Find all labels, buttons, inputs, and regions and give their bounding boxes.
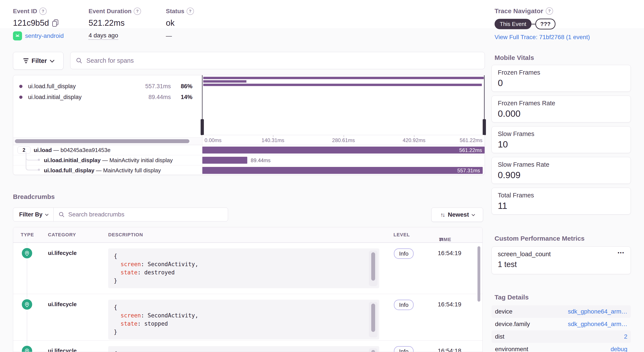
- tag-value-link[interactable]: sdk_gphone64_arm…: [568, 321, 627, 327]
- status-value: ok: [166, 18, 174, 28]
- spans-search-input[interactable]: [86, 57, 480, 64]
- search-icon: [58, 211, 65, 218]
- mobile-vitals-title: Mobile Vitals: [494, 54, 534, 61]
- span-bar-duration: 89.44ms: [251, 157, 270, 163]
- scrollbar-thumb[interactable]: [371, 252, 375, 281]
- vital-value: 0: [498, 78, 624, 88]
- span-op-name: ui.load.initial_display: [28, 94, 130, 101]
- span-bar-track: 561.22ms: [202, 145, 484, 155]
- breadcrumbs-search-input[interactable]: [68, 211, 223, 218]
- minimap-right-handle[interactable]: [484, 75, 484, 135]
- scrollbar-thumb[interactable]: [371, 350, 375, 352]
- project-link[interactable]: sentry-android: [25, 33, 64, 39]
- minimap-left-handle[interactable]: [202, 75, 202, 135]
- span-op-name: ui.load.full_display: [28, 83, 130, 90]
- breadcrumbs-title: Breadcrumbs: [13, 193, 55, 201]
- span-children-count-badge[interactable]: 2: [18, 146, 30, 154]
- tag-value-link[interactable]: 2: [624, 333, 627, 340]
- help-icon[interactable]: ?: [186, 8, 194, 15]
- drag-grip[interactable]: [483, 119, 486, 135]
- span-bar-track: 557.31ms: [202, 165, 484, 175]
- span-tree-row[interactable]: ui.load.initial_display — MainActivity i…: [13, 155, 484, 165]
- event-duration-label: Event Duration: [88, 8, 132, 15]
- tag-key: dist: [495, 333, 504, 340]
- sort-label: Newest: [448, 211, 469, 218]
- breadcrumbs-sort-button[interactable]: ↑↓ Newest: [431, 208, 483, 222]
- span-bar-track: 89.44ms: [202, 155, 484, 165]
- tag-row: environment debug: [492, 343, 631, 352]
- breadcrumb-row[interactable]: ui.lifecycle { Info 16:54:18: [13, 340, 482, 352]
- spans-search: [70, 52, 485, 69]
- tag-value-link[interactable]: sdk_gphone64_arm…: [568, 308, 627, 315]
- trace-navigator: Trace Navigator? This Event ??? View Ful…: [494, 7, 590, 41]
- location-pin-icon: [22, 346, 32, 352]
- span-tree-row[interactable]: 2ui.load — b04245a3ea91453e561.22ms: [13, 145, 484, 155]
- help-icon[interactable]: ?: [134, 8, 141, 15]
- chevron-down-icon: [472, 213, 475, 216]
- span-percent: 14%: [171, 94, 192, 101]
- breadcrumbs-filter-by-button[interactable]: Filter By: [13, 208, 54, 221]
- breadcrumbs-scrollbar-thumb[interactable]: [478, 246, 480, 302]
- event-detail-page: Event ID? 121c9b5d sentry-android Event …: [0, 0, 644, 352]
- axis-tick-label: 280.61ms: [332, 137, 355, 143]
- column-description: DESCRIPTION: [108, 232, 143, 238]
- drag-grip[interactable]: [201, 119, 204, 135]
- trace-connector: [532, 24, 535, 25]
- spans-filter-button[interactable]: Filter: [13, 52, 64, 70]
- tag-row: device.family sdk_gphone64_arm…: [492, 318, 631, 330]
- event-duration-value: 521.22ms: [88, 18, 124, 28]
- help-icon[interactable]: ?: [39, 8, 47, 15]
- scrollbar-thumb[interactable]: [15, 139, 190, 143]
- chevron-down-icon: [45, 212, 48, 216]
- span-legend-row[interactable]: ui.load.initial_display 89.44ms 14%: [13, 92, 202, 102]
- axis-tick-label: 0.00ms: [204, 137, 222, 143]
- vital-card: Frozen Frames 0: [492, 65, 631, 92]
- vital-label: Slow Frames: [498, 130, 624, 137]
- level-badge: Info: [394, 300, 414, 310]
- metric-value: 1 test: [498, 260, 624, 269]
- tag-key: device: [495, 308, 512, 315]
- breadcrumb-description-code: { screen: SecondActivity, state: destroy…: [108, 248, 379, 288]
- this-event-pill[interactable]: This Event: [494, 19, 532, 29]
- code-scrollbar: [369, 348, 378, 352]
- span-legend-panel: ui.load.full_display 557.31ms 86% ui.loa…: [13, 75, 202, 145]
- breadcrumb-time: 16:54:19: [429, 250, 461, 257]
- legend-horizontal-scrollbar: [13, 137, 202, 145]
- unknown-trace-pill[interactable]: ???: [535, 19, 556, 29]
- span-tree-row[interactable]: ui.load.full_display — MainActivity full…: [13, 165, 484, 175]
- vital-label: Frozen Frames Rate: [498, 100, 624, 107]
- breadcrumb-description-code: {: [108, 346, 379, 352]
- help-icon[interactable]: ?: [546, 7, 553, 15]
- breadcrumb-row[interactable]: ui.lifecycle { screen: SecondActivity, s…: [13, 294, 482, 340]
- axis-tick-label: 140.31ms: [262, 137, 284, 143]
- span-legend-row[interactable]: ui.load.full_display 557.31ms 86%: [13, 81, 202, 92]
- event-duration-column: Event Duration? 521.22ms 4 days ago: [88, 7, 141, 42]
- breadcrumb-category: ui.lifecycle: [48, 250, 77, 256]
- copy-icon[interactable]: [52, 19, 59, 27]
- breadcrumb-description-code: { screen: SecondActivity, state: stopped…: [108, 300, 379, 339]
- status-meta: —: [166, 33, 172, 39]
- ellipsis-menu-icon[interactable]: •••: [618, 251, 624, 255]
- level-badge: Info: [394, 248, 414, 259]
- tag-value-link[interactable]: debug: [610, 346, 627, 352]
- view-full-trace-link[interactable]: View Full Trace: 71bf2768 (1 event): [494, 34, 590, 41]
- custom-metrics-title: Custom Performance Metrics: [494, 235, 584, 242]
- event-id-value: 121c9b5d: [13, 18, 49, 28]
- minimap-chart[interactable]: [202, 75, 484, 135]
- minimap-span-bar: [203, 80, 246, 83]
- custom-metric-card: screen_load_count ••• 1 test: [492, 247, 631, 274]
- tag-row: dist 2: [492, 330, 631, 343]
- vital-label: Slow Frames Rate: [498, 161, 624, 168]
- axis-tick-label: 561.22ms: [460, 137, 482, 143]
- minimap-axis: 0.00ms140.31ms280.61ms420.92ms561.22ms: [202, 135, 484, 145]
- status-column: Status? ok —: [166, 7, 194, 42]
- location-pin-icon: [22, 299, 32, 310]
- span-bar-duration: 557.31ms: [457, 167, 480, 174]
- vital-card: Frozen Frames Rate 0.000: [492, 96, 631, 122]
- breadcrumb-row[interactable]: ui.lifecycle { screen: SecondActivity, s…: [13, 243, 482, 294]
- scrollbar-thumb[interactable]: [371, 304, 375, 332]
- vital-card: Slow Frames 10: [492, 126, 631, 153]
- span-duration: 89.44ms: [130, 94, 171, 101]
- filter-by-label: Filter By: [19, 211, 42, 218]
- location-pin-icon: [22, 248, 32, 258]
